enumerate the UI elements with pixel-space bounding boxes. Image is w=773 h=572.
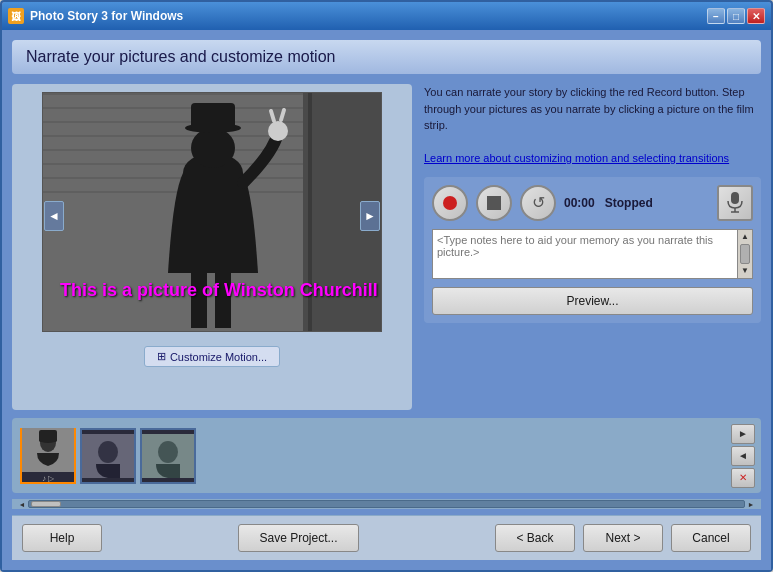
svg-point-28: [98, 441, 118, 463]
instruction-text: You can narrate your story by clicking t…: [424, 84, 761, 134]
stop-square: [487, 196, 501, 210]
notes-textarea[interactable]: [432, 229, 737, 279]
notes-scrollbar[interactable]: ▲ ▼: [737, 229, 753, 279]
rewind-button[interactable]: ↺: [520, 185, 556, 221]
status-display: Stopped: [605, 196, 653, 210]
scroll-down-arrow[interactable]: ▼: [738, 264, 752, 278]
titlebar-buttons: − □ ✕: [707, 8, 765, 24]
hscroll-thumb[interactable]: [31, 501, 61, 507]
cancel-button[interactable]: Cancel: [671, 524, 751, 552]
page-title: Narrate your pictures and customize moti…: [26, 48, 335, 65]
hscroll-track[interactable]: [28, 500, 745, 508]
time-status: 00:00 Stopped: [564, 196, 709, 210]
help-button[interactable]: Help: [22, 524, 102, 552]
photo-viewer: This is a picture of Winston Churchill: [42, 92, 382, 332]
photo-viewer-container: This is a picture of Winston Churchill ◄…: [42, 92, 382, 340]
mic-icon: [726, 192, 744, 214]
title-bar: 🖼 Photo Story 3 for Windows − □ ✕: [2, 2, 771, 30]
page-title-bar: Narrate your pictures and customize moti…: [12, 40, 761, 74]
title-bar-left: 🖼 Photo Story 3 for Windows: [8, 8, 183, 24]
svg-point-15: [268, 121, 288, 141]
thumb-icons-1: ♪ ▷: [42, 474, 54, 483]
filmstrip-hscrollbar: ◄ ►: [12, 499, 761, 509]
navigation-buttons: < Back Next > Cancel: [495, 524, 751, 552]
filmstrip-area: ♪ ▷: [12, 418, 761, 513]
svg-rect-14: [191, 103, 235, 131]
next-button[interactable]: Next >: [583, 524, 663, 552]
svg-rect-20: [731, 192, 739, 204]
photo-image: This is a picture of Winston Churchill: [43, 93, 381, 331]
minimize-button[interactable]: −: [707, 8, 725, 24]
photo-caption: This is a picture of Winston Churchill: [60, 280, 364, 301]
svg-point-12: [191, 128, 235, 168]
hscroll-left-arrow[interactable]: ◄: [16, 500, 28, 508]
time-display: 00:00: [564, 196, 595, 210]
photo-nav-left[interactable]: ◄: [44, 201, 64, 231]
save-project-button[interactable]: Save Project...: [238, 524, 358, 552]
main-window: 🖼 Photo Story 3 for Windows − □ ✕ Narrat…: [0, 0, 773, 572]
close-button[interactable]: ✕: [747, 8, 765, 24]
thumb-image-2: [82, 434, 134, 478]
record-dot: [443, 196, 457, 210]
hscroll-right-arrow[interactable]: ►: [745, 500, 757, 508]
filmstrip-delete-button[interactable]: ✕: [731, 468, 755, 488]
microphone-button[interactable]: [717, 185, 753, 221]
filmstrip-controls: ► ◄ ✕: [731, 424, 755, 488]
instructions: You can narrate your story by clicking t…: [424, 84, 761, 167]
photo-nav-right[interactable]: ►: [360, 201, 380, 231]
filmstrip: ♪ ▷: [12, 418, 761, 493]
thumb-2[interactable]: [80, 428, 136, 484]
window-title: Photo Story 3 for Windows: [30, 9, 183, 23]
learn-more-link[interactable]: Learn more about customizing motion and …: [424, 152, 729, 164]
controls-area: ↺ 00:00 Stopped: [424, 177, 761, 323]
thumb-icon-motion: ▷: [48, 474, 54, 483]
right-panel: You can narrate your story by clicking t…: [424, 84, 761, 410]
record-button[interactable]: [432, 185, 468, 221]
filmstrip-back-button[interactable]: ◄: [731, 446, 755, 466]
thumb-image-3: [142, 434, 194, 478]
svg-point-30: [158, 441, 178, 463]
scroll-thumb[interactable]: [740, 244, 750, 264]
thumb-image-1: [22, 428, 74, 472]
back-button[interactable]: < Back: [495, 524, 575, 552]
audio-controls: ↺ 00:00 Stopped: [432, 185, 753, 221]
app-icon: 🖼: [8, 8, 24, 24]
filmstrip-forward-button[interactable]: ►: [731, 424, 755, 444]
customize-icon: ⊞: [157, 350, 166, 363]
stop-button[interactable]: [476, 185, 512, 221]
thumb-icon-sound: ♪: [42, 474, 46, 483]
scroll-up-arrow[interactable]: ▲: [738, 230, 752, 244]
thumb-1[interactable]: ♪ ▷: [20, 428, 76, 484]
notes-container: ▲ ▼: [432, 229, 753, 279]
photo-panel: This is a picture of Winston Churchill ◄…: [12, 84, 412, 410]
thumb-3[interactable]: [140, 428, 196, 484]
maximize-button[interactable]: □: [727, 8, 745, 24]
preview-button[interactable]: Preview...: [432, 287, 753, 315]
svg-rect-26: [39, 430, 57, 442]
content-area: This is a picture of Winston Churchill ◄…: [12, 84, 761, 410]
filmstrip-scroll: ♪ ▷: [18, 426, 725, 486]
customize-motion-button[interactable]: ⊞ Customize Motion...: [144, 346, 280, 367]
window-body: Narrate your pictures and customize moti…: [2, 30, 771, 570]
bottom-bar: Help Save Project... < Back Next > Cance…: [12, 515, 761, 560]
